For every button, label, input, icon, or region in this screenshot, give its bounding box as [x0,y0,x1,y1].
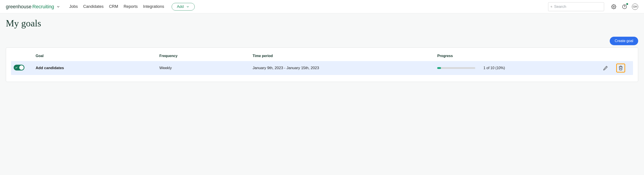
delete-goal-button[interactable] [617,64,624,72]
table-row: Add candidates Weekly January 9th, 2023 … [11,61,633,75]
col-goal: Goal [36,54,158,58]
col-progress: Progress [437,54,600,58]
add-button-label: Add [177,4,184,9]
nav-crm[interactable]: CRM [109,4,118,9]
gear-icon [611,4,616,9]
nav-integrations[interactable]: Integrations [143,4,164,9]
nav-reports[interactable]: Reports [124,4,138,9]
edit-goal-button[interactable] [602,64,609,72]
search-icon [550,4,552,9]
create-goal-button[interactable]: Create goal [610,37,638,45]
svg-point-2 [613,6,614,7]
chevron-down-icon [56,5,60,9]
search-input[interactable] [554,4,602,9]
svg-line-1 [552,7,552,7]
progress-bar-fill [437,67,441,69]
main-nav: Jobs Candidates CRM Reports Integrations [69,4,164,9]
brand-logo[interactable]: greenhouse Recruiting [6,4,60,10]
help-button[interactable] [621,3,628,10]
avatar-initials: GH [633,5,637,8]
goals-card: Goal Frequency Time period Progress Add … [6,47,638,82]
avatar[interactable]: GH [632,3,638,10]
progress-bar [437,67,475,69]
col-frequency: Frequency [159,54,251,58]
goal-progress: 1 of 10 (10%) [437,66,600,70]
nav-candidates[interactable]: Candidates [83,4,104,9]
top-right-controls: GH [610,3,638,10]
brand-part2: Recruiting [32,4,54,10]
goal-frequency: Weekly [159,66,251,70]
table-header: Goal Frequency Time period Progress [11,52,633,61]
chevron-down-icon [186,5,190,8]
brand-switcher-caret[interactable] [56,5,60,9]
add-button[interactable]: Add [172,3,194,10]
toggle-knob [19,65,24,70]
search-box[interactable] [548,2,604,11]
nav-jobs[interactable]: Jobs [69,4,78,9]
goal-name: Add candidates [36,66,158,70]
svg-point-0 [551,6,552,7]
notification-dot [626,3,628,5]
pencil-icon [603,66,608,70]
progress-text: 1 of 10 (10%) [483,66,505,70]
goals-table: Goal Frequency Time period Progress Add … [11,52,633,75]
brand-part1: greenhouse [6,4,31,10]
goal-active-toggle[interactable] [14,65,24,70]
check-icon [15,66,18,69]
goal-time-period: January 9th, 2023 - January 15th, 2023 [252,66,436,70]
col-time-period: Time period [252,54,436,58]
page-title: My goals [6,18,638,29]
top-nav: greenhouse Recruiting Jobs Candidates CR… [0,0,644,13]
page-body: My goals Create goal Goal Frequency Time… [0,13,644,91]
trash-icon [618,66,623,70]
settings-button[interactable] [610,3,617,10]
help-icon [622,4,627,9]
page-actions: Create goal [6,37,638,45]
